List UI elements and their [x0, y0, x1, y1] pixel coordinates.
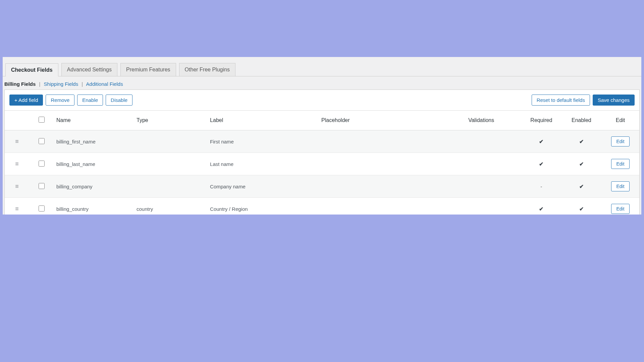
col-check [29, 111, 54, 130]
toolbar: + Add field Remove Enable Disable Reset … [5, 90, 639, 110]
content-frame: Checkout Fields Advanced Settings Premiu… [3, 57, 641, 215]
disable-button[interactable]: Disable [106, 95, 132, 106]
col-edit: Edit [601, 111, 639, 130]
enable-button[interactable]: Enable [77, 95, 103, 106]
drag-handle-icon[interactable]: ≡ [15, 183, 19, 190]
subnav-sep: | [79, 81, 85, 87]
tab-premium-features[interactable]: Premium Features [120, 63, 176, 76]
col-placeholder: Placeholder [319, 111, 466, 130]
check-icon: ✔ [579, 184, 584, 189]
cell-label: First name [207, 130, 319, 153]
cell-label: Last name [207, 153, 319, 175]
tabs-bar: Checkout Fields Advanced Settings Premiu… [3, 57, 641, 76]
cell-name: billing_country [54, 198, 134, 215]
subnav-sep: | [37, 81, 43, 87]
subnav-additional-fields[interactable]: Additional Fields [86, 81, 123, 87]
cell-name: billing_company [54, 175, 134, 198]
check-icon: ✔ [579, 206, 584, 212]
subnav: Billing Fields | Shipping Fields | Addit… [3, 76, 641, 89]
col-validations: Validations [466, 111, 521, 130]
select-all-checkbox[interactable] [39, 117, 45, 123]
col-required: Required [521, 111, 561, 130]
cell-type [134, 153, 207, 175]
tab-other-free-plugins[interactable]: Other Free Plugins [179, 63, 235, 76]
drag-handle-icon[interactable]: ≡ [15, 161, 19, 167]
cell-label: Country / Region [207, 198, 319, 215]
cell-type [134, 130, 207, 153]
cell-placeholder [319, 175, 466, 198]
cell-validations [466, 175, 521, 198]
save-changes-button[interactable]: Save changes [593, 95, 635, 106]
table-header-row: Name Type Label Placeholder Validations … [5, 111, 639, 130]
dash-icon: - [540, 184, 542, 189]
cell-type: country [134, 198, 207, 215]
edit-row-button[interactable]: Edit [611, 181, 629, 191]
cell-placeholder [319, 198, 466, 215]
cell-placeholder [319, 130, 466, 153]
fields-panel: + Add field Remove Enable Disable Reset … [4, 89, 640, 215]
subnav-shipping-fields[interactable]: Shipping Fields [44, 81, 78, 87]
drag-handle-icon[interactable]: ≡ [15, 205, 19, 212]
edit-row-button[interactable]: Edit [611, 204, 629, 214]
row-checkbox[interactable] [39, 138, 45, 144]
subnav-current: Billing Fields [4, 81, 36, 87]
drag-handle-icon[interactable]: ≡ [15, 138, 19, 145]
edit-row-button[interactable]: Edit [611, 136, 629, 146]
table-row: ≡ billing_first_name First name ✔ ✔ Edit [5, 130, 639, 153]
col-name: Name [54, 111, 134, 130]
edit-row-button[interactable]: Edit [611, 159, 629, 169]
cell-name: billing_first_name [54, 130, 134, 153]
cell-name: billing_last_name [54, 153, 134, 175]
remove-button[interactable]: Remove [46, 95, 74, 106]
cell-validations [466, 153, 521, 175]
check-icon: ✔ [579, 139, 584, 144]
row-checkbox[interactable] [39, 205, 45, 212]
tab-checkout-fields[interactable]: Checkout Fields [5, 63, 58, 76]
row-checkbox[interactable] [39, 183, 45, 189]
col-type: Type [134, 111, 207, 130]
check-icon: ✔ [539, 139, 543, 144]
col-drag [5, 111, 29, 130]
table-row: ≡ billing_last_name Last name ✔ ✔ Edit [5, 153, 639, 175]
cell-label: Company name [207, 175, 319, 198]
check-icon: ✔ [539, 161, 543, 167]
cell-validations [466, 198, 521, 215]
cell-placeholder [319, 153, 466, 175]
row-checkbox[interactable] [39, 161, 45, 167]
add-field-button[interactable]: + Add field [9, 95, 43, 106]
fields-table: Name Type Label Placeholder Validations … [5, 110, 639, 215]
check-icon: ✔ [539, 206, 543, 212]
col-label: Label [207, 111, 319, 130]
col-enabled: Enabled [561, 111, 601, 130]
cell-validations [466, 130, 521, 153]
reset-default-button[interactable]: Reset to default fields [532, 95, 590, 106]
table-row: ≡ billing_company Company name - ✔ Edit [5, 175, 639, 198]
table-row: ≡ billing_country country Country / Regi… [5, 198, 639, 215]
tab-advanced-settings[interactable]: Advanced Settings [61, 63, 117, 76]
cell-type [134, 175, 207, 198]
check-icon: ✔ [579, 161, 584, 167]
page-banner [0, 0, 644, 57]
